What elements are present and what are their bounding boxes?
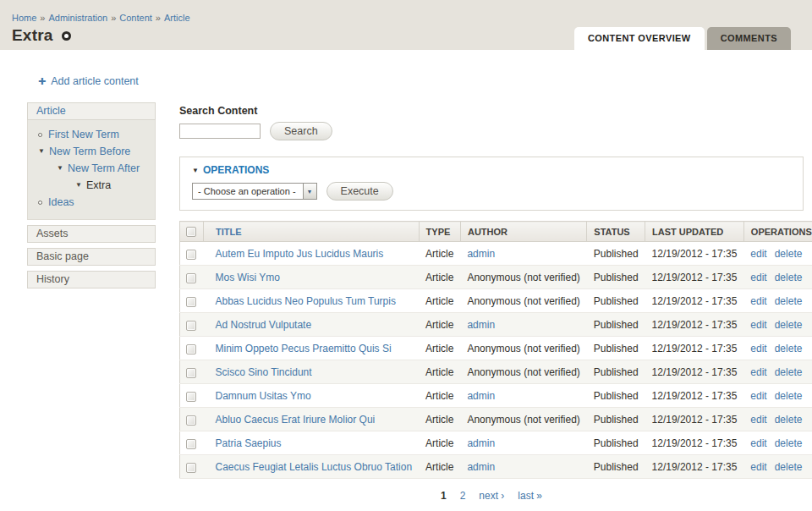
sidebar-section-history[interactable]: History (27, 271, 156, 288)
row-checkbox[interactable] (186, 250, 196, 260)
sidebar-tree-item[interactable]: ▼New Term After (28, 160, 155, 177)
row-checkbox[interactable] (186, 297, 196, 307)
author-cell: admin (460, 242, 586, 266)
tab-comments[interactable]: COMMENTS (707, 27, 791, 50)
status-cell: Published (587, 455, 645, 479)
operations-cell: editdelete (743, 313, 812, 337)
pager-last[interactable]: last » (518, 490, 542, 502)
pager-next[interactable]: next › (479, 490, 504, 502)
title-cell: Scisco Sino Tincidunt (204, 360, 420, 384)
edit-link[interactable]: edit (750, 248, 766, 260)
delete-link[interactable]: delete (775, 272, 803, 283)
edit-link[interactable]: edit (750, 414, 766, 426)
article-title-link[interactable]: Damnum Usitas Ymo (216, 390, 311, 402)
triangle-expanded-icon: ▼ (38, 143, 45, 160)
last-updated-cell: 12/19/2012 - 17:35 (645, 337, 744, 360)
title-cell: Caecus Feugiat Letalis Luctus Obruo Tati… (204, 455, 420, 479)
row-checkbox[interactable] (186, 463, 196, 473)
author-link[interactable]: admin (467, 319, 495, 331)
delete-link[interactable]: delete (775, 414, 803, 426)
article-title-link[interactable]: Abluo Caecus Erat Iriure Molior Qui (216, 414, 376, 426)
last-updated-cell: 12/19/2012 - 17:35 (645, 408, 744, 431)
title-cell: Ad Nostrud Vulputate (204, 313, 420, 337)
breadcrumb-link[interactable]: Administration (48, 13, 107, 23)
edit-link[interactable]: edit (750, 461, 766, 473)
edit-link[interactable]: edit (750, 390, 766, 402)
last-updated-cell: 12/19/2012 - 17:35 (645, 289, 744, 313)
author-link[interactable]: admin (467, 390, 495, 402)
select-all-checkbox[interactable] (186, 227, 196, 237)
row-checkbox[interactable] (186, 344, 196, 354)
operations-cell: editdelete (743, 455, 812, 479)
title-cell: Patria Saepius (204, 431, 420, 455)
sidebar-section-basic-page[interactable]: Basic page (27, 248, 156, 266)
gear-icon[interactable] (62, 31, 71, 41)
operation-select[interactable]: - Choose an operation - ▼ (192, 183, 317, 200)
delete-link[interactable]: delete (775, 343, 803, 354)
select-dropdown-arrow-icon: ▼ (303, 184, 316, 199)
article-title-link[interactable]: Caecus Feugiat Letalis Luctus Obruo Tati… (216, 461, 413, 473)
author-link[interactable]: admin (467, 437, 495, 449)
article-title-link[interactable]: Mos Wisi Ymo (216, 272, 280, 283)
operations-legend[interactable]: ▼ OPERATIONS (192, 164, 791, 176)
edit-link[interactable]: edit (750, 366, 766, 378)
sidebar-tree-item[interactable]: Ideas (28, 194, 155, 211)
row-checkbox[interactable] (186, 368, 196, 378)
row-checkbox[interactable] (186, 392, 196, 402)
title-cell: Autem Eu Imputo Jus Lucidus Mauris (204, 242, 420, 266)
delete-link[interactable]: delete (775, 461, 803, 473)
row-checkbox[interactable] (186, 321, 196, 331)
search-input[interactable] (179, 124, 261, 139)
circle-bullet-icon (38, 133, 42, 137)
delete-link[interactable]: delete (775, 319, 803, 331)
delete-link[interactable]: delete (775, 390, 803, 402)
delete-link[interactable]: delete (775, 366, 803, 378)
article-title-link[interactable]: Abbas Lucidus Neo Populus Tum Turpis (216, 295, 396, 307)
author-link[interactable]: admin (467, 248, 495, 260)
pager-page-2[interactable]: 2 (460, 490, 466, 502)
breadcrumb-link[interactable]: Article (164, 13, 190, 23)
row-checkbox[interactable] (186, 415, 196, 426)
sidebar-section-article[interactable]: Article (27, 102, 156, 120)
edit-link[interactable]: edit (750, 319, 766, 331)
search-row: Search (179, 122, 804, 140)
execute-button[interactable]: Execute (326, 182, 393, 201)
type-cell: Article (419, 289, 460, 313)
operation-select-value: - Choose an operation - (193, 184, 303, 199)
type-cell: Article (419, 384, 460, 408)
search-button[interactable]: Search (270, 122, 332, 140)
author-link[interactable]: admin (467, 461, 495, 473)
article-title-link[interactable]: Scisco Sino Tincidunt (216, 366, 312, 378)
breadcrumb-link[interactable]: Home (12, 13, 36, 23)
article-title-link[interactable]: Minim Oppeto Pecus Praemitto Quis Si (216, 343, 392, 354)
sidebar-tree-item[interactable]: ▼New Term Before (28, 143, 155, 160)
checkbox-cell (180, 337, 204, 360)
article-title-link[interactable]: Ad Nostrud Vulputate (216, 319, 312, 331)
edit-link[interactable]: edit (750, 343, 766, 354)
row-checkbox[interactable] (186, 439, 196, 449)
sidebar-section-assets[interactable]: Assets (27, 225, 156, 243)
edit-link[interactable]: edit (750, 437, 766, 449)
row-checkbox[interactable] (186, 273, 196, 283)
edit-link[interactable]: edit (750, 295, 766, 307)
operations-legend-label: OPERATIONS (203, 164, 269, 176)
article-title-link[interactable]: Autem Eu Imputo Jus Lucidus Mauris (216, 248, 384, 260)
delete-link[interactable]: delete (775, 437, 803, 449)
checkbox-cell (180, 313, 204, 337)
type-header: TYPE (419, 222, 460, 242)
delete-link[interactable]: delete (775, 295, 803, 307)
title-cell: Minim Oppeto Pecus Praemitto Quis Si (204, 337, 420, 360)
sidebar-tree: First New Term▼New Term Before▼New Term … (27, 120, 156, 220)
sidebar-tree-item[interactable]: First New Term (28, 126, 155, 143)
sidebar-tree-item[interactable]: ▼Extra (28, 177, 155, 194)
add-article-content-link[interactable]: ✚ Add article content (38, 75, 139, 87)
delete-link[interactable]: delete (775, 248, 803, 260)
tab-content-overview[interactable]: CONTENT OVERVIEW (574, 27, 705, 50)
last-updated-header: LAST UPDATED (645, 222, 744, 242)
breadcrumb-link[interactable]: Content (119, 13, 152, 23)
status-cell: Published (587, 431, 645, 455)
sort-title-header[interactable]: TITLE (216, 227, 242, 237)
article-title-link[interactable]: Patria Saepius (216, 437, 282, 449)
checkbox-cell (180, 431, 204, 455)
edit-link[interactable]: edit (750, 272, 766, 283)
